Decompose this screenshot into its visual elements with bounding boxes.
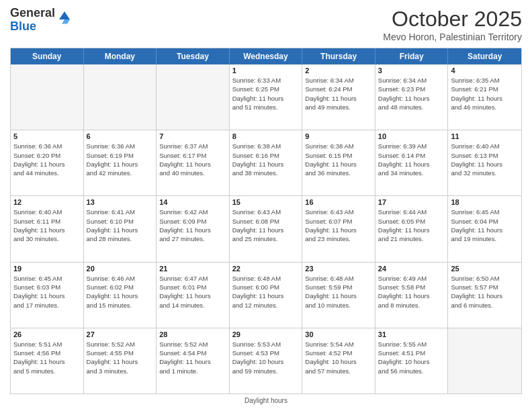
day-info: Sunrise: 6:48 AM Sunset: 6:00 PM Dayligh… <box>232 274 300 310</box>
day-cell <box>11 64 84 130</box>
week-row-1: 1Sunrise: 6:33 AM Sunset: 6:25 PM Daylig… <box>11 64 521 130</box>
day-number: 26 <box>13 330 81 338</box>
day-cell: 31Sunrise: 5:55 AM Sunset: 4:51 PM Dayli… <box>375 328 449 394</box>
day-number: 16 <box>305 198 372 206</box>
header: General Blue October 2025 Mevo Horon, Pa… <box>10 7 522 42</box>
week-row-5: 26Sunrise: 5:51 AM Sunset: 4:56 PM Dayli… <box>11 328 521 394</box>
day-info: Sunrise: 6:38 AM Sunset: 6:16 PM Dayligh… <box>232 142 300 177</box>
day-number: 4 <box>451 66 519 75</box>
day-cell <box>448 328 521 394</box>
footer-note: Daylight hours <box>10 397 522 404</box>
day-number: 31 <box>378 330 445 338</box>
day-headers: SundayMondayTuesdayWednesdayThursdayFrid… <box>11 48 521 64</box>
day-number: 24 <box>378 265 445 273</box>
day-info: Sunrise: 6:42 AM Sunset: 6:09 PM Dayligh… <box>159 208 226 243</box>
day-info: Sunrise: 6:38 AM Sunset: 6:15 PM Dayligh… <box>305 142 372 177</box>
day-cell <box>157 64 230 130</box>
day-cell: 20Sunrise: 6:46 AM Sunset: 6:02 PM Dayli… <box>84 263 157 328</box>
day-number: 2 <box>305 66 372 75</box>
day-number: 1 <box>232 66 300 75</box>
day-info: Sunrise: 5:52 AM Sunset: 4:55 PM Dayligh… <box>87 340 154 375</box>
day-number: 13 <box>87 198 154 206</box>
day-number: 23 <box>305 265 372 273</box>
day-cell: 5Sunrise: 6:36 AM Sunset: 6:20 PM Daylig… <box>11 130 84 195</box>
day-number: 3 <box>378 66 445 75</box>
page: General Blue October 2025 Mevo Horon, Pa… <box>0 0 532 411</box>
day-cell: 13Sunrise: 6:41 AM Sunset: 6:10 PM Dayli… <box>84 196 157 261</box>
location-subtitle: Mevo Horon, Palestinian Territory <box>383 32 522 42</box>
week-row-3: 12Sunrise: 6:40 AM Sunset: 6:11 PM Dayli… <box>11 196 521 262</box>
day-info: Sunrise: 6:39 AM Sunset: 6:14 PM Dayligh… <box>378 142 445 177</box>
logo-text: General Blue <box>10 7 55 34</box>
day-info: Sunrise: 5:51 AM Sunset: 4:56 PM Dayligh… <box>13 340 81 375</box>
day-cell: 29Sunrise: 5:53 AM Sunset: 4:53 PM Dayli… <box>230 328 303 394</box>
day-cell: 28Sunrise: 5:52 AM Sunset: 4:54 PM Dayli… <box>157 328 230 394</box>
day-cell: 8Sunrise: 6:38 AM Sunset: 6:16 PM Daylig… <box>230 130 303 195</box>
day-cell: 23Sunrise: 6:48 AM Sunset: 5:59 PM Dayli… <box>302 263 375 328</box>
day-info: Sunrise: 5:55 AM Sunset: 4:51 PM Dayligh… <box>378 340 445 375</box>
day-info: Sunrise: 6:43 AM Sunset: 6:08 PM Dayligh… <box>232 208 300 243</box>
day-cell: 19Sunrise: 6:45 AM Sunset: 6:03 PM Dayli… <box>11 263 84 328</box>
day-number: 15 <box>232 198 300 206</box>
day-cell: 21Sunrise: 6:47 AM Sunset: 6:01 PM Dayli… <box>157 263 230 328</box>
day-number: 14 <box>159 198 226 206</box>
day-cell: 16Sunrise: 6:43 AM Sunset: 6:07 PM Dayli… <box>302 196 375 261</box>
day-info: Sunrise: 6:35 AM Sunset: 6:21 PM Dayligh… <box>451 76 519 111</box>
day-number: 12 <box>13 198 81 206</box>
day-number: 9 <box>305 132 372 140</box>
day-info: Sunrise: 6:47 AM Sunset: 6:01 PM Dayligh… <box>159 274 226 310</box>
day-info: Sunrise: 6:37 AM Sunset: 6:17 PM Dayligh… <box>159 142 226 177</box>
day-header-tuesday: Tuesday <box>157 48 230 64</box>
day-number: 18 <box>451 198 519 206</box>
day-cell: 2Sunrise: 6:34 AM Sunset: 6:24 PM Daylig… <box>302 64 375 130</box>
day-number: 6 <box>87 132 154 140</box>
logo-icon <box>56 9 73 25</box>
day-cell: 25Sunrise: 6:50 AM Sunset: 5:57 PM Dayli… <box>448 263 521 328</box>
day-info: Sunrise: 6:46 AM Sunset: 6:02 PM Dayligh… <box>87 274 154 310</box>
svg-marker-1 <box>62 19 70 24</box>
day-header-saturday: Saturday <box>448 48 521 64</box>
svg-marker-0 <box>59 11 70 19</box>
logo-general: General <box>10 7 55 20</box>
day-cell: 6Sunrise: 6:36 AM Sunset: 6:19 PM Daylig… <box>84 130 157 195</box>
day-number: 19 <box>13 265 81 273</box>
day-header-thursday: Thursday <box>302 48 375 64</box>
day-info: Sunrise: 5:53 AM Sunset: 4:53 PM Dayligh… <box>232 340 300 375</box>
logo-blue: Blue <box>10 20 55 34</box>
day-cell: 7Sunrise: 6:37 AM Sunset: 6:17 PM Daylig… <box>157 130 230 195</box>
day-cell: 3Sunrise: 6:34 AM Sunset: 6:23 PM Daylig… <box>375 64 449 130</box>
logo: General Blue <box>10 7 73 34</box>
week-row-4: 19Sunrise: 6:45 AM Sunset: 6:03 PM Dayli… <box>11 263 521 328</box>
day-number: 30 <box>305 330 372 338</box>
day-info: Sunrise: 6:33 AM Sunset: 6:25 PM Dayligh… <box>232 76 300 111</box>
day-cell: 26Sunrise: 5:51 AM Sunset: 4:56 PM Dayli… <box>11 328 84 394</box>
day-cell: 12Sunrise: 6:40 AM Sunset: 6:11 PM Dayli… <box>11 196 84 261</box>
day-cell: 30Sunrise: 5:54 AM Sunset: 4:52 PM Dayli… <box>302 328 375 394</box>
day-cell: 24Sunrise: 6:49 AM Sunset: 5:58 PM Dayli… <box>375 263 449 328</box>
day-number: 29 <box>232 330 300 338</box>
day-info: Sunrise: 6:48 AM Sunset: 5:59 PM Dayligh… <box>305 274 372 310</box>
day-info: Sunrise: 6:45 AM Sunset: 6:04 PM Dayligh… <box>451 208 519 243</box>
day-cell: 10Sunrise: 6:39 AM Sunset: 6:14 PM Dayli… <box>375 130 449 195</box>
day-info: Sunrise: 6:44 AM Sunset: 6:05 PM Dayligh… <box>378 208 445 243</box>
day-number: 5 <box>13 132 81 140</box>
day-info: Sunrise: 6:45 AM Sunset: 6:03 PM Dayligh… <box>13 274 81 310</box>
day-info: Sunrise: 5:52 AM Sunset: 4:54 PM Dayligh… <box>159 340 226 375</box>
day-info: Sunrise: 6:36 AM Sunset: 6:19 PM Dayligh… <box>87 142 154 177</box>
day-cell: 14Sunrise: 6:42 AM Sunset: 6:09 PM Dayli… <box>157 196 230 261</box>
day-header-sunday: Sunday <box>11 48 84 64</box>
day-cell: 17Sunrise: 6:44 AM Sunset: 6:05 PM Dayli… <box>375 196 449 261</box>
day-cell: 22Sunrise: 6:48 AM Sunset: 6:00 PM Dayli… <box>230 263 303 328</box>
day-cell: 15Sunrise: 6:43 AM Sunset: 6:08 PM Dayli… <box>230 196 303 261</box>
day-number: 25 <box>451 265 519 273</box>
day-info: Sunrise: 5:54 AM Sunset: 4:52 PM Dayligh… <box>305 340 372 375</box>
day-cell <box>84 64 157 130</box>
day-info: Sunrise: 6:50 AM Sunset: 5:57 PM Dayligh… <box>451 274 519 310</box>
calendar-body: 1Sunrise: 6:33 AM Sunset: 6:25 PM Daylig… <box>11 64 521 394</box>
day-info: Sunrise: 6:43 AM Sunset: 6:07 PM Dayligh… <box>305 208 372 243</box>
day-number: 27 <box>87 330 154 338</box>
day-number: 8 <box>232 132 300 140</box>
calendar: SundayMondayTuesdayWednesdayThursdayFrid… <box>10 48 522 394</box>
day-info: Sunrise: 6:40 AM Sunset: 6:13 PM Dayligh… <box>451 142 519 177</box>
day-info: Sunrise: 6:40 AM Sunset: 6:11 PM Dayligh… <box>13 208 81 243</box>
